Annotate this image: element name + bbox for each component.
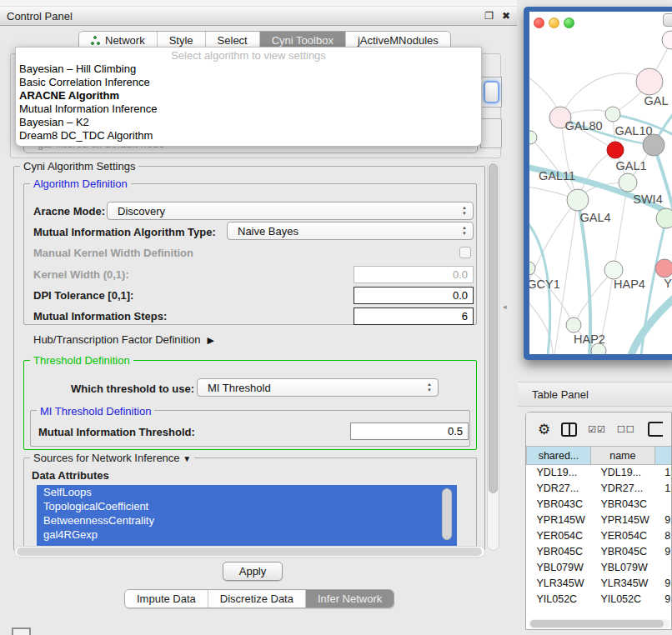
table-cell: YER054C: [527, 528, 591, 544]
network-node-label: HAP4: [614, 278, 645, 291]
settings-horizontal-scrollbar-thumb[interactable]: [17, 548, 482, 556]
panel-divider-arrow-icon[interactable]: ◂: [503, 302, 507, 311]
manual-kernel-label: Manual Kernel Width Definition: [33, 247, 193, 259]
table-row[interactable]: YIL052CYIL052C9: [527, 592, 672, 608]
algorithm-option[interactable]: Bayesian – Hill Climbing: [16, 62, 481, 76]
table-column-header[interactable]: name: [590, 447, 654, 465]
table-row[interactable]: YBR045CYBR045C9.: [527, 544, 672, 560]
data-attributes-list[interactable]: SelfLoopsTopologicalCoefficientBetweenne…: [37, 485, 457, 547]
table-cell: YBR045C: [590, 544, 654, 560]
data-attributes-label: Data Attributes: [32, 469, 109, 482]
network-canvas[interactable]: GALGAL80GAL10GAL1GAL11GAL4SWI4GCY1HAP4YH…: [529, 12, 672, 354]
table-cell: YBL079W: [527, 560, 591, 576]
kernel-width-value: 0.0: [453, 268, 468, 281]
network-node[interactable]: [607, 142, 624, 158]
table-cell: YDR27...: [527, 481, 591, 497]
table-cell: YLR345W: [527, 576, 591, 592]
combobox-arrow-button[interactable]: [484, 81, 499, 103]
attribute-list-scrollbar[interactable]: [442, 488, 452, 540]
minimized-panel-icon[interactable]: [12, 628, 31, 635]
network-icon: [91, 36, 101, 46]
tab-infer-network[interactable]: Infer Network: [306, 590, 394, 608]
table-row[interactable]: YLR345WYLR345W9.: [527, 576, 672, 592]
table-cell: YDL19...: [590, 465, 654, 481]
gear-icon[interactable]: ⚙: [538, 421, 550, 438]
network-node-y[interactable]: [655, 259, 672, 278]
network-node-hap4[interactable]: [604, 261, 623, 279]
algorithm-option[interactable]: Mutual Information Inference: [16, 102, 481, 116]
table-column-header[interactable]: A: [654, 447, 672, 465]
table-row[interactable]: YBR043CYBR043C: [527, 497, 672, 512]
table-cell: 8.: [654, 528, 672, 544]
table-row[interactable]: YDR27...YDR27...12: [527, 481, 672, 497]
close-window-icon[interactable]: ✖: [502, 10, 510, 22]
table-row[interactable]: YDL19...YDL19...13: [527, 465, 672, 481]
aracne-mode-combobox[interactable]: Discovery ▲▼: [107, 202, 474, 220]
network-node-gal1[interactable]: [619, 173, 637, 192]
settings-vertical-scrollbar-thumb[interactable]: [489, 163, 498, 493]
network-node-label: GAL: [644, 94, 668, 108]
table-cell: [654, 560, 672, 576]
collapse-arrow-icon: ▼: [183, 454, 191, 463]
network-node[interactable]: [643, 134, 664, 156]
combo-spinner-icon: ▲▼: [462, 225, 467, 237]
tab-label: Style: [169, 34, 193, 47]
attribute-list-item[interactable]: TopologicalCoefficient: [37, 499, 457, 513]
kernel-width-field[interactable]: 0.0: [354, 266, 474, 283]
table-row[interactable]: YER054CYER054C8.: [527, 528, 672, 544]
table-row[interactable]: YPR145WYPR145W9.: [527, 512, 672, 528]
column-layout-icon[interactable]: [561, 422, 577, 437]
algorithm-option[interactable]: Dream8 DC_TDC Algorithm: [16, 129, 481, 142]
network-node-hap2[interactable]: [566, 318, 581, 332]
table-cell: YER054C: [590, 528, 654, 544]
network-node-label: GCY1: [529, 278, 560, 291]
network-node-label: GAL11: [539, 169, 575, 182]
apply-button-label: Apply: [239, 565, 267, 578]
table-cell: YBR043C: [590, 497, 654, 512]
algorithm-option[interactable]: Basic Correlation Inference: [16, 76, 481, 89]
network-edge-thick: [631, 295, 672, 354]
algorithm-option[interactable]: ARACNE Algorithm: [16, 89, 481, 102]
table-cell: YDL19...: [527, 465, 591, 481]
tab-discretize-data[interactable]: Discretize Data: [208, 590, 306, 608]
new-table-icon[interactable]: [648, 422, 663, 437]
algorithm-option[interactable]: Bayesian – K2: [16, 116, 481, 129]
network-node[interactable]: [662, 31, 672, 49]
network-node[interactable]: [529, 131, 537, 144]
network-node[interactable]: [591, 343, 606, 354]
table-row[interactable]: YBL079WYBL079W: [527, 560, 672, 576]
table-cell: 9.: [654, 512, 672, 528]
table-column-header[interactable]: shared...: [527, 447, 591, 465]
deselect-all-checkboxes-icon[interactable]: ☐☐: [617, 424, 635, 435]
table-horizontal-scrollbar[interactable]: [529, 619, 670, 628]
which-threshold-combobox[interactable]: MI Threshold ▲▼: [197, 378, 439, 397]
tab-label: Discretize Data: [220, 592, 293, 605]
expand-arrow-icon: ▶: [207, 335, 213, 346]
float-window-icon[interactable]: ❐: [484, 10, 494, 22]
window-toolbar-button[interactable]: [663, 13, 672, 27]
table-cell: YPR145W: [590, 512, 654, 528]
network-node-swi4[interactable]: [656, 208, 672, 228]
tab-label: jActiveMNodules: [358, 34, 439, 47]
tab-impute-data[interactable]: Impute Data: [125, 590, 208, 608]
network-node-gal4[interactable]: [567, 189, 589, 211]
attribute-list-item[interactable]: gal4RGexp: [37, 528, 457, 542]
network-node-gal10[interactable]: [605, 107, 620, 122]
hub-definition-toggle[interactable]: Hub/Transcription Factor Definition▶: [33, 333, 214, 346]
table-cell: 9: [654, 592, 672, 608]
dpi-tolerance-field[interactable]: 0.0: [354, 287, 474, 304]
select-all-checkboxes-icon[interactable]: ☑☑: [588, 424, 606, 435]
sources-group-title[interactable]: Sources for Network Inference ▼: [30, 452, 194, 464]
attribute-list-item[interactable]: BetweennessCentrality: [37, 513, 457, 528]
manual-kernel-checkbox[interactable]: [459, 247, 471, 258]
network-node-label: GAL1: [615, 159, 646, 172]
network-node-gal[interactable]: [636, 68, 663, 95]
mi-type-combobox[interactable]: Naive Bayes ▲▼: [227, 222, 474, 240]
apply-button[interactable]: Apply: [223, 562, 283, 581]
tab-label: Cyni Toolbox: [272, 34, 333, 47]
table-cell: YDR27...: [590, 481, 654, 497]
mi-threshold-field[interactable]: 0.5: [350, 422, 469, 440]
attribute-list-item[interactable]: SelfLoops: [37, 485, 457, 499]
table-horizontal-scrollbar-thumb[interactable]: [530, 620, 664, 628]
mi-steps-field[interactable]: 6: [354, 308, 474, 325]
